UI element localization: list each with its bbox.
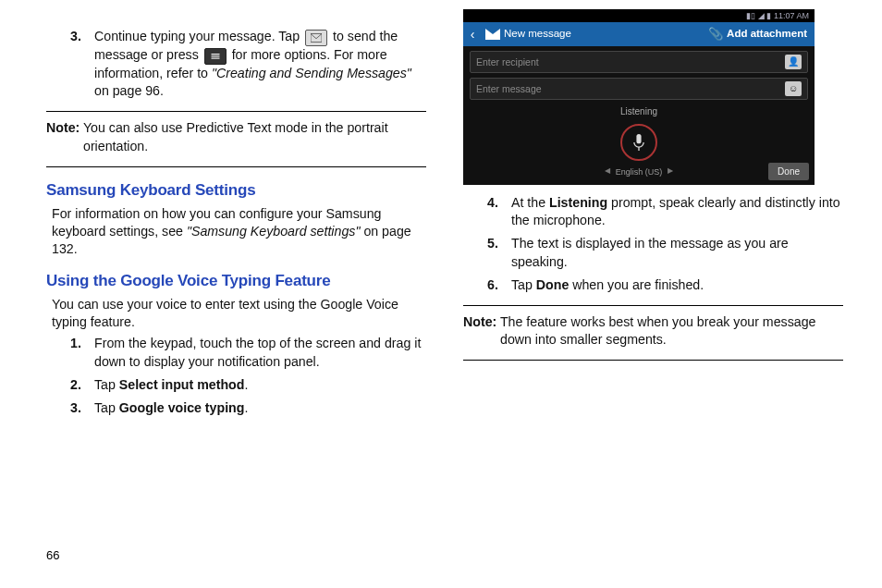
heading-samsung-keyboard: Samsung Keyboard Settings <box>46 180 426 202</box>
text-part: Continue typing your message. Tap <box>94 29 303 43</box>
chevron-left-icon: ◀ <box>605 166 610 177</box>
left-column: 3. Continue typing your message. Tap to … <box>46 26 426 570</box>
emoji-icon[interactable]: ☺ <box>785 81 802 96</box>
step-6: 6. Tap Done when you are finished. <box>487 276 843 294</box>
status-bar: ▮▯ ◢ ▮ 11:07 AM <box>463 9 815 22</box>
language-label: English (US) <box>616 166 663 178</box>
text-part: . <box>244 400 248 415</box>
step-text: The text is displayed in the message as … <box>511 235 843 270</box>
step-text: Tap Done when you are finished. <box>511 276 843 294</box>
right-column: ▮▯ ◢ ▮ 11:07 AM ‹ New message 📎 Add atta… <box>463 26 843 570</box>
text-part: when you are finished. <box>569 277 704 292</box>
voice-input-panel: Listening ◀ English (US) ▶ <box>463 105 815 178</box>
manual-page: 3. Continue typing your message. Tap to … <box>0 0 882 588</box>
step-text: Continue typing your message. Tap to sen… <box>94 28 426 100</box>
menu-icon <box>204 48 227 65</box>
step-3: 3. Tap Google voice typing. <box>70 399 426 417</box>
paragraph: For information on how you can configure… <box>52 205 426 259</box>
divider <box>463 360 843 361</box>
send-icon <box>305 30 327 46</box>
divider <box>46 166 426 167</box>
reference-text: "Creating and Sending Messages" <box>212 66 411 80</box>
microphone-icon <box>632 134 645 151</box>
reference-text: "Samsung Keyboard settings" <box>187 224 361 239</box>
page-number: 66 <box>46 548 59 562</box>
message-field[interactable]: Enter message ☺ <box>470 78 808 100</box>
step-2: 2. Tap Select input method. <box>70 376 426 394</box>
chevron-right-icon: ▶ <box>668 166 673 177</box>
paragraph: You can use your voice to enter text usi… <box>52 296 426 331</box>
step-number: 3. <box>70 399 94 417</box>
add-attachment-label[interactable]: Add attachment <box>727 27 807 42</box>
clock-text: 11:07 AM <box>774 11 809 20</box>
app-title-bar: ‹ New message 📎 Add attachment <box>463 22 815 46</box>
attachment-icon[interactable]: 📎 <box>708 26 723 43</box>
note-label: Note: <box>463 314 496 329</box>
recipient-placeholder: Enter recipient <box>476 55 785 68</box>
step-4: 4. At the Listening prompt, speak clearl… <box>487 194 843 229</box>
svg-rect-5 <box>638 147 639 151</box>
bold-term: Listening <box>549 195 607 210</box>
signal-icon: ▮▯ ◢ ▮ <box>746 11 774 20</box>
note-text: You can also use Predictive Text mode in… <box>80 120 387 153</box>
step-text: At the Listening prompt, speak clearly a… <box>511 194 843 229</box>
phone-screenshot: ▮▯ ◢ ▮ 11:07 AM ‹ New message 📎 Add atta… <box>463 9 815 185</box>
step-text: From the keypad, touch the top of the sc… <box>94 335 426 370</box>
bold-term: Done <box>536 277 569 292</box>
step-number: 5. <box>487 235 511 270</box>
svg-rect-1 <box>211 54 219 55</box>
note-label: Note: <box>46 120 80 135</box>
back-icon[interactable]: ‹ <box>463 26 482 43</box>
heading-google-voice: Using the Google Voice Typing Feature <box>46 271 426 292</box>
contact-icon[interactable]: 👤 <box>785 55 802 69</box>
text-part: Tap <box>511 277 536 292</box>
screen-title: New message <box>504 27 571 42</box>
step-number: 4. <box>487 194 511 229</box>
svg-rect-3 <box>211 58 219 59</box>
step-text: Tap Select input method. <box>94 376 426 394</box>
note-block: Note: You can also use Predictive Text m… <box>46 119 426 154</box>
note-block: Note: The feature works best when you br… <box>463 313 843 349</box>
microphone-button[interactable] <box>620 124 657 161</box>
done-button[interactable]: Done <box>768 163 809 181</box>
svg-rect-4 <box>636 134 641 143</box>
note-text: The feature works best when you break yo… <box>496 314 815 347</box>
bold-term: Select input method <box>119 377 245 392</box>
step-number: 6. <box>487 276 511 294</box>
divider <box>463 305 843 306</box>
step-text: Tap Google voice typing. <box>94 399 426 417</box>
text-part: Tap <box>94 400 119 415</box>
text-part: At the <box>511 195 549 210</box>
step-1: 1. From the keypad, touch the top of the… <box>70 335 426 370</box>
message-icon <box>485 29 500 40</box>
language-selector[interactable]: ◀ English (US) ▶ <box>463 166 815 178</box>
bold-term: Google voice typing <box>119 400 245 415</box>
step-3-left: 3. Continue typing your message. Tap to … <box>70 28 426 100</box>
step-5: 5. The text is displayed in the message … <box>487 235 843 270</box>
listening-label: Listening <box>463 105 815 118</box>
text-part: . <box>244 377 248 392</box>
text-part: on page 96. <box>94 83 164 98</box>
message-placeholder: Enter message <box>476 82 785 95</box>
step-number: 3. <box>70 28 94 100</box>
svg-rect-2 <box>211 55 219 56</box>
text-part: Tap <box>94 377 119 392</box>
step-number: 2. <box>70 376 94 394</box>
recipient-field[interactable]: Enter recipient 👤 <box>470 51 808 73</box>
divider <box>46 111 426 112</box>
step-number: 1. <box>70 335 94 370</box>
